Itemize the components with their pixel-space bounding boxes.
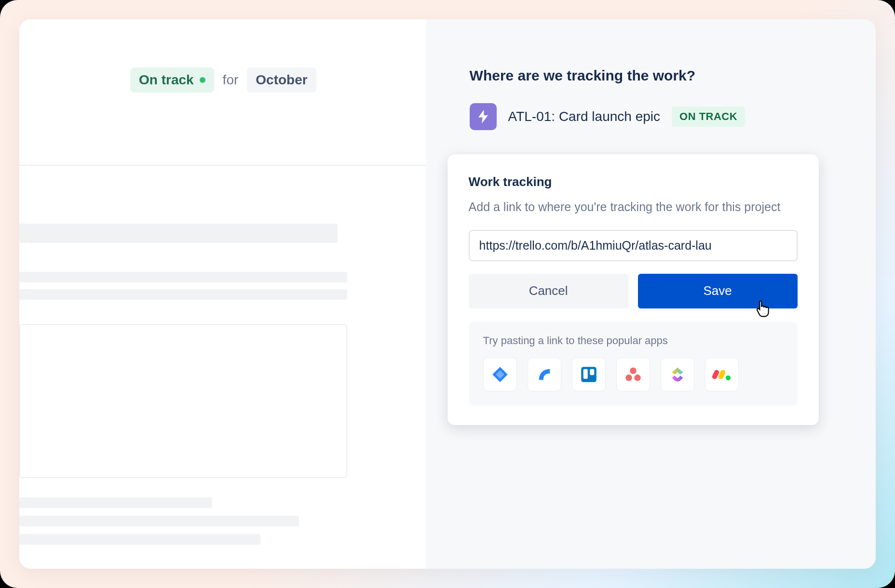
epic-label: ATL-01: Card launch epic [508,109,660,124]
button-row: Cancel Save [469,274,798,308]
app-window: On track for October Where are we tracki… [19,19,876,569]
app-tile-trello[interactable] [572,358,606,391]
app-tile-monday[interactable] [705,358,739,391]
svg-point-3 [630,367,637,374]
popular-apps-row [483,358,783,391]
divider [19,165,426,166]
epic-icon [470,103,497,130]
skeleton-box [19,324,347,478]
trello-icon [580,366,597,383]
epic-row: ATL-01: Card launch epic ON TRACK [470,103,852,130]
right-pane: Where are we tracking the work? ATL-01: … [426,19,876,569]
app-tile-asana[interactable] [616,358,650,391]
status-chip-label: On track [139,72,194,88]
clickup-icon [669,366,686,383]
status-chip[interactable]: On track [130,67,214,93]
svg-rect-1 [583,369,587,378]
svg-point-8 [726,375,731,380]
work-link-input[interactable] [469,230,798,261]
jira-product-discovery-icon [536,366,553,383]
svg-point-5 [634,374,641,381]
cancel-button[interactable]: Cancel [469,274,628,308]
status-badge: ON TRACK [672,107,745,127]
jira-icon [491,366,509,383]
cursor-icon [755,299,772,317]
app-tile-jira-product-discovery[interactable] [528,358,561,391]
skeleton-line [19,516,299,526]
status-dot-icon [200,77,205,83]
popular-apps-box: Try pasting a link to these popular apps [469,322,798,406]
skeleton-line [19,534,260,545]
status-row: On track for October [130,67,412,93]
save-button-label: Save [703,283,732,298]
status-for-label: for [223,72,239,88]
skeleton-line [19,224,338,243]
app-tile-jira[interactable] [483,358,517,391]
skeleton-line [19,272,347,282]
svg-rect-6 [712,369,720,379]
left-pane: On track for October [19,19,426,569]
card-title: Work tracking [469,174,798,189]
monday-icon [712,367,732,382]
section-title: Where are we tracking the work? [470,67,852,84]
svg-point-4 [625,374,632,381]
work-tracking-card: Work tracking Add a link to where you're… [448,154,819,425]
page-background: On track for October Where are we tracki… [0,0,895,588]
skeleton-line [19,289,347,300]
save-button[interactable]: Save [638,274,798,308]
asana-icon [624,366,642,383]
card-description: Add a link to where you're tracking the … [469,198,798,216]
svg-rect-7 [718,369,726,379]
app-tile-clickup[interactable] [661,358,694,391]
month-chip[interactable]: October [247,67,316,93]
svg-rect-2 [590,369,594,374]
skeleton-line [19,497,212,508]
popular-apps-label: Try pasting a link to these popular apps [483,334,783,347]
